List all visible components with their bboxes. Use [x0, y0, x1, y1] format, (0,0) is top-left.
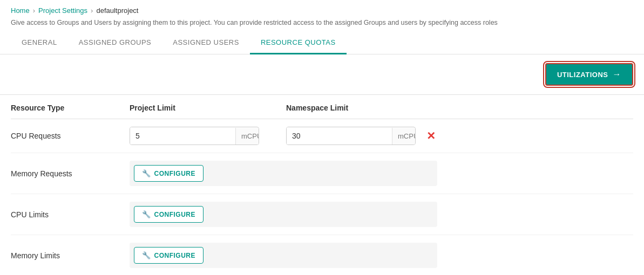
configure-button-memory-limits[interactable]: 🔧 CONFIGURE: [134, 247, 204, 264]
tab-assigned-users[interactable]: ASSIGNED USERS: [162, 32, 250, 54]
page-subtitle: Give access to Groups and Users by assig…: [0, 19, 644, 26]
breadcrumb-sep-1: ›: [33, 6, 35, 15]
configure-button-memory-requests[interactable]: 🔧 CONFIGURE: [134, 165, 204, 182]
cpu-requests-namespace-limit-unit: mCPUs: [392, 128, 416, 145]
tab-resource-quotas[interactable]: RESOURCE QUOTAS: [250, 32, 347, 54]
table-row: Memory Requests 🔧 CONFIGURE: [11, 153, 633, 194]
cpu-requests-project-limit-input-group: mCPUs: [130, 127, 259, 145]
table-row: CPU Limits 🔧 CONFIGURE: [11, 194, 633, 235]
breadcrumb-project-settings[interactable]: Project Settings: [38, 6, 87, 15]
table-header: Resource Type Project Limit Namespace Li…: [11, 95, 633, 119]
cpu-requests-delete-button[interactable]: ✕: [422, 127, 440, 145]
row-label-cpu-limits: CPU Limits: [11, 210, 130, 219]
utilizations-button[interactable]: UTILIZATIONS →: [545, 63, 633, 86]
cpu-requests-namespace-limit-input[interactable]: [287, 127, 392, 145]
row-project-limit-memory-requests: 🔧 CONFIGURE: [130, 161, 286, 186]
header-resource-type: Resource Type: [11, 104, 130, 112]
cpu-requests-project-limit-input[interactable]: [130, 127, 235, 145]
configure-label-cpu-limits: CONFIGURE: [154, 211, 196, 218]
configure-wrench-icon: 🔧: [142, 251, 151, 259]
tabs-bar: GENERAL ASSIGNED GROUPS ASSIGNED USERS R…: [0, 32, 644, 54]
configure-button-cpu-limits[interactable]: 🔧 CONFIGURE: [134, 206, 204, 223]
util-bar: UTILIZATIONS →: [0, 54, 644, 95]
breadcrumb-area: Home › Project Settings › defaultproject: [0, 0, 644, 17]
breadcrumb-home[interactable]: Home: [11, 6, 30, 15]
configure-area-memory-requests: 🔧 CONFIGURE: [130, 161, 437, 186]
row-label-memory-requests: Memory Requests: [11, 169, 130, 178]
row-label-memory-limits: Memory Limits: [11, 251, 130, 260]
row-project-limit-cpu-requests: mCPUs: [130, 127, 286, 145]
header-project-limit: Project Limit: [130, 104, 286, 112]
tab-assigned-groups[interactable]: ASSIGNED GROUPS: [68, 32, 162, 54]
cpu-requests-project-limit-unit: mCPUs: [235, 128, 259, 145]
cpu-requests-namespace-limit-input-group: mCPUs: [286, 127, 416, 145]
configure-label-memory-limits: CONFIGURE: [154, 252, 196, 259]
configure-wrench-icon: 🔧: [142, 210, 151, 218]
configure-wrench-icon: 🔧: [142, 169, 151, 177]
configure-label-memory-requests: CONFIGURE: [154, 170, 196, 177]
configure-area-cpu-limits: 🔧 CONFIGURE: [130, 202, 437, 227]
breadcrumb-sep-2: ›: [91, 6, 93, 15]
configure-area-memory-limits: 🔧 CONFIGURE: [130, 243, 437, 268]
table-row: CPU Requests mCPUs mCPUs ✕: [11, 119, 633, 153]
utilizations-label: UTILIZATIONS: [557, 71, 608, 79]
breadcrumb: Home › Project Settings › defaultproject: [11, 6, 633, 15]
utilizations-arrow-icon: →: [613, 70, 622, 79]
breadcrumb-project-name: defaultproject: [96, 6, 138, 15]
row-project-limit-memory-limits: 🔧 CONFIGURE: [130, 243, 286, 268]
row-project-limit-cpu-limits: 🔧 CONFIGURE: [130, 202, 286, 227]
row-namespace-limit-cpu-requests: mCPUs ✕: [286, 127, 633, 145]
header-namespace-limit: Namespace Limit: [286, 104, 633, 112]
page-wrapper: Home › Project Settings › defaultproject…: [0, 0, 644, 275]
table-row: Memory Limits 🔧 CONFIGURE: [11, 235, 633, 275]
tab-general[interactable]: GENERAL: [11, 32, 68, 54]
row-label-cpu-requests: CPU Requests: [11, 132, 130, 140]
resource-table: Resource Type Project Limit Namespace Li…: [0, 95, 644, 275]
